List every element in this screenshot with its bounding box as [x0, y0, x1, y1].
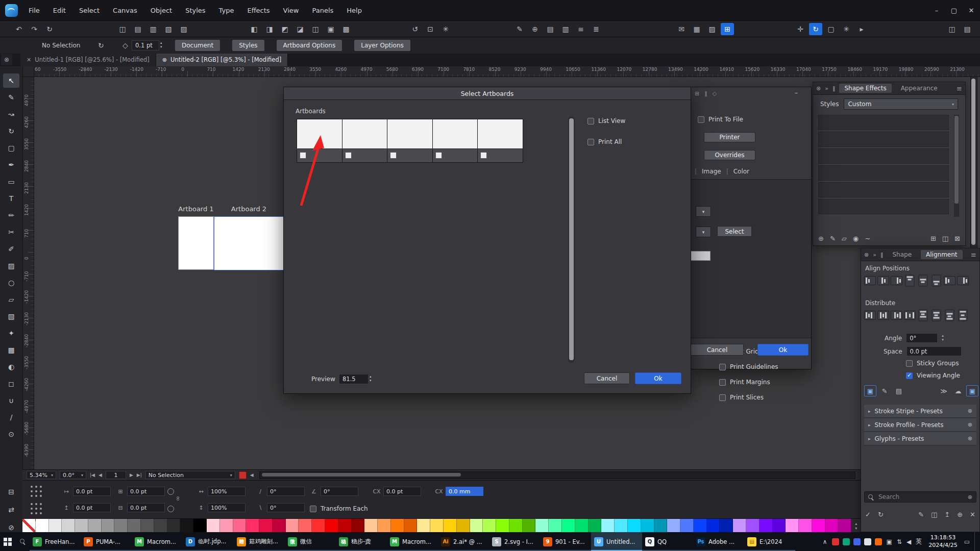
swatch-11[interactable]: [167, 519, 181, 533]
tray-app-red[interactable]: [832, 538, 839, 545]
maximize-button[interactable]: ▢: [945, 0, 963, 20]
height-field-input[interactable]: 0.0 pt: [127, 503, 165, 512]
style-row[interactable]: [818, 165, 949, 181]
search-box[interactable]: ⊗: [864, 491, 976, 503]
swatch-13[interactable]: [193, 519, 207, 533]
checkbox[interactable]: [698, 116, 704, 123]
ok-button[interactable]: Ok: [757, 344, 808, 356]
blend-tool[interactable]: ◐: [3, 360, 19, 374]
x-offset-field-input[interactable]: 0.0 pt: [73, 487, 111, 496]
pin-panel-icon[interactable]: ‖: [832, 85, 836, 92]
gear-icon[interactable]: ✳: [439, 23, 452, 35]
distribute-middle-icon[interactable]: [932, 310, 941, 321]
pattern-tool[interactable]: ▩: [3, 343, 19, 357]
add-icon[interactable]: ⊕: [957, 511, 963, 518]
cloud-icon[interactable]: ☁: [952, 385, 964, 396]
edit-icon[interactable]: ✎: [918, 511, 924, 518]
swatch-7[interactable]: [114, 519, 128, 533]
copy-icon[interactable]: ◫: [931, 511, 937, 518]
printer-profile-select[interactable]: ▾: [696, 227, 711, 237]
curve-icon[interactable]: ∼: [865, 235, 870, 242]
skew-y-field-input[interactable]: 0°: [267, 503, 305, 512]
artboard-2-thumbnail[interactable]: [342, 119, 388, 162]
panel-scrollbar[interactable]: [954, 115, 959, 217]
artboard-1[interactable]: [178, 216, 214, 270]
taskbar-app-10[interactable]: S2.svg - I...: [489, 532, 540, 551]
page-number-input[interactable]: 1: [106, 471, 126, 479]
list-view-checkbox[interactable]: List View: [587, 117, 625, 124]
thumbnail-checkbox[interactable]: [480, 152, 487, 159]
styles-button[interactable]: Styles: [232, 40, 264, 51]
stroke-width-stepper[interactable]: ▴▾: [160, 41, 162, 49]
horizontal-scrollbar[interactable]: [259, 471, 855, 479]
knife-tool[interactable]: ✂: [3, 225, 19, 239]
swatch-31[interactable]: [430, 519, 444, 533]
line-tool[interactable]: ∕: [3, 410, 19, 424]
swatch-12[interactable]: [180, 519, 193, 533]
union-icon[interactable]: ◧: [248, 23, 261, 35]
menu-effects[interactable]: Effects: [240, 7, 276, 14]
hatch-icon[interactable]: ▨: [705, 23, 719, 35]
marquee-tool[interactable]: ▢: [3, 141, 19, 155]
collapse-panel-icon[interactable]: ⊟: [3, 485, 19, 499]
add-icon[interactable]: ⊕: [818, 235, 824, 242]
checkbox[interactable]: [906, 372, 913, 379]
align-anchor-right-icon[interactable]: [957, 276, 969, 285]
network-icon[interactable]: ⇅: [897, 538, 902, 545]
swatch-56[interactable]: [760, 519, 773, 533]
taskbar-app-11[interactable]: 9901 - Ev...: [540, 532, 591, 551]
angle-stepper[interactable]: ▴▾: [942, 334, 944, 342]
tab-shape-effects[interactable]: Shape Effects: [839, 84, 891, 93]
swatch-39[interactable]: [535, 519, 549, 533]
close-icon[interactable]: ✕: [970, 511, 975, 518]
close-panel-icon[interactable]: ⊗: [864, 252, 869, 258]
print-tab-image[interactable]: Image: [702, 168, 721, 175]
tray-app-white[interactable]: [864, 538, 871, 545]
checkbox[interactable]: [310, 506, 316, 512]
page-setup-icon[interactable]: ◫: [945, 23, 959, 35]
taskbar-app-12[interactable]: UUntitled...: [591, 532, 642, 551]
shape-icon[interactable]: ▱: [842, 235, 847, 242]
page-mode-icon[interactable]: ▤: [893, 385, 905, 396]
align-top-icon[interactable]: ▤: [544, 23, 557, 35]
text-tool[interactable]: T: [3, 191, 19, 206]
distribute-top-icon[interactable]: [919, 310, 928, 321]
tab-appearance[interactable]: Appearance: [896, 84, 943, 93]
scrollbar-thumb[interactable]: [971, 79, 975, 245]
taskbar-app-4[interactable]: D临时.jdp...: [183, 532, 234, 551]
rotation-field-input[interactable]: 0°: [321, 487, 358, 496]
swatch-29[interactable]: [404, 519, 418, 533]
preset-item[interactable]: ▸Stroke Stripe - Presets⊗: [864, 405, 976, 418]
expand-triangle-icon[interactable]: ▸: [868, 409, 871, 414]
overrides-button[interactable]: Overrides: [704, 150, 755, 160]
swatch-53[interactable]: [720, 519, 733, 533]
rectangle-tool[interactable]: ▭: [3, 174, 19, 189]
swatch-10[interactable]: [154, 519, 167, 533]
expand-triangle-icon[interactable]: ▸: [868, 422, 871, 428]
swatch-43[interactable]: [589, 519, 602, 533]
paper-size-select[interactable]: ▾: [696, 206, 711, 217]
swatch-5[interactable]: [88, 519, 102, 533]
flag-icon[interactable]: ▸: [855, 23, 868, 35]
menu-styles[interactable]: Styles: [179, 7, 212, 14]
checkbox[interactable]: [906, 360, 913, 367]
swatch-50[interactable]: [680, 519, 694, 533]
swatch-55[interactable]: [746, 519, 760, 533]
swatch-37[interactable]: [509, 519, 523, 533]
document-button[interactable]: Document: [175, 40, 220, 51]
selection-select[interactable]: No Selection▾: [145, 471, 235, 479]
swatch-14[interactable]: [207, 519, 220, 533]
preset-item[interactable]: ▸Stroke Profile - Presets⊗: [864, 418, 976, 432]
swatch-20[interactable]: [286, 519, 299, 533]
swatch-35[interactable]: [483, 519, 496, 533]
eye-icon[interactable]: ◉: [853, 235, 859, 242]
rotation-select[interactable]: 0.0°▾: [60, 471, 86, 479]
preview-zoom-stepper[interactable]: ▴▾: [370, 374, 372, 384]
prev-page-button[interactable]: ◀: [99, 472, 102, 478]
notification-icon[interactable]: ▭: [964, 538, 970, 545]
expand-panel-icon[interactable]: »: [825, 85, 828, 92]
align-anchor-left-icon[interactable]: [944, 276, 955, 285]
anchor-position-widget[interactable]: [30, 485, 43, 498]
menu-panels[interactable]: Panels: [305, 7, 340, 14]
print-slices-checkbox[interactable]: Print Slices: [719, 394, 764, 401]
